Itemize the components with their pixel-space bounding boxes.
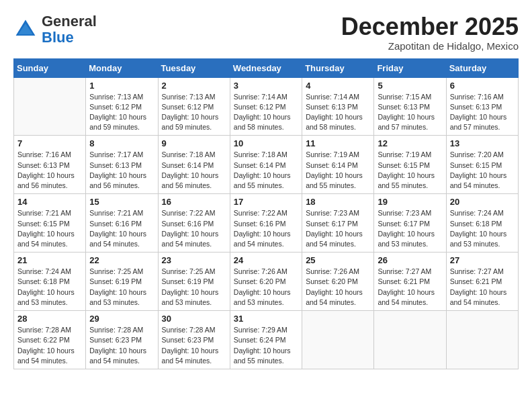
day-info: Sunrise: 7:27 AM Sunset: 6:21 PM Dayligh… — [378, 267, 442, 308]
day-info: Sunrise: 7:26 AM Sunset: 6:20 PM Dayligh… — [306, 267, 370, 308]
day-number: 13 — [450, 138, 515, 148]
day-info: Sunrise: 7:24 AM Sunset: 6:18 PM Dayligh… — [17, 267, 82, 308]
day-info: Sunrise: 7:28 AM Sunset: 6:23 PM Dayligh… — [89, 325, 154, 366]
day-info: Sunrise: 7:21 AM Sunset: 6:16 PM Dayligh… — [89, 208, 154, 249]
day-cell: 15Sunrise: 7:21 AM Sunset: 6:16 PM Dayli… — [86, 194, 158, 253]
day-number: 8 — [89, 138, 154, 148]
day-info: Sunrise: 7:22 AM Sunset: 6:16 PM Dayligh… — [162, 208, 226, 249]
day-cell: 11Sunrise: 7:19 AM Sunset: 6:14 PM Dayli… — [302, 136, 374, 194]
header: General Blue December 2025 Zapotitan de … — [13, 13, 519, 52]
column-header-friday: Friday — [374, 58, 446, 77]
logo-general: General — [42, 13, 97, 30]
column-header-saturday: Saturday — [446, 58, 518, 77]
day-number: 18 — [306, 197, 370, 207]
day-cell: 21Sunrise: 7:24 AM Sunset: 6:18 PM Dayli… — [14, 253, 86, 311]
week-row-2: 7Sunrise: 7:16 AM Sunset: 6:13 PM Daylig… — [14, 136, 519, 194]
day-info: Sunrise: 7:17 AM Sunset: 6:13 PM Dayligh… — [89, 150, 154, 191]
day-cell: 5Sunrise: 7:15 AM Sunset: 6:13 PM Daylig… — [374, 77, 446, 136]
week-row-5: 28Sunrise: 7:28 AM Sunset: 6:22 PM Dayli… — [14, 311, 519, 369]
day-cell: 1Sunrise: 7:13 AM Sunset: 6:12 PM Daylig… — [86, 77, 158, 136]
day-number: 11 — [306, 138, 370, 148]
day-cell: 18Sunrise: 7:23 AM Sunset: 6:17 PM Dayli… — [302, 194, 374, 253]
day-number: 27 — [450, 255, 515, 265]
day-number: 12 — [378, 138, 442, 148]
day-number: 16 — [162, 197, 226, 207]
month-title: December 2025 — [341, 13, 519, 40]
day-info: Sunrise: 7:21 AM Sunset: 6:15 PM Dayligh… — [17, 208, 82, 249]
column-header-tuesday: Tuesday — [158, 58, 230, 77]
day-cell: 30Sunrise: 7:28 AM Sunset: 6:23 PM Dayli… — [158, 311, 230, 369]
day-info: Sunrise: 7:24 AM Sunset: 6:18 PM Dayligh… — [450, 208, 515, 249]
day-info: Sunrise: 7:20 AM Sunset: 6:15 PM Dayligh… — [450, 150, 515, 191]
day-number: 22 — [89, 255, 154, 265]
day-cell: 14Sunrise: 7:21 AM Sunset: 6:15 PM Dayli… — [14, 194, 86, 253]
day-number: 6 — [450, 81, 515, 91]
day-number: 24 — [234, 255, 298, 265]
day-number: 5 — [378, 81, 442, 91]
column-header-thursday: Thursday — [302, 58, 374, 77]
calendar-body: 1Sunrise: 7:13 AM Sunset: 6:12 PM Daylig… — [14, 77, 519, 369]
day-cell: 4Sunrise: 7:14 AM Sunset: 6:13 PM Daylig… — [302, 77, 374, 136]
day-number: 17 — [234, 197, 298, 207]
day-cell: 9Sunrise: 7:18 AM Sunset: 6:14 PM Daylig… — [158, 136, 230, 194]
day-cell: 28Sunrise: 7:28 AM Sunset: 6:22 PM Dayli… — [14, 311, 86, 369]
day-cell: 29Sunrise: 7:28 AM Sunset: 6:23 PM Dayli… — [86, 311, 158, 369]
day-info: Sunrise: 7:16 AM Sunset: 6:13 PM Dayligh… — [17, 150, 82, 191]
day-info: Sunrise: 7:13 AM Sunset: 6:12 PM Dayligh… — [162, 92, 226, 133]
day-info: Sunrise: 7:28 AM Sunset: 6:23 PM Dayligh… — [162, 325, 226, 366]
day-cell: 22Sunrise: 7:25 AM Sunset: 6:19 PM Dayli… — [86, 253, 158, 311]
day-number: 25 — [306, 255, 370, 265]
day-info: Sunrise: 7:19 AM Sunset: 6:15 PM Dayligh… — [378, 150, 442, 191]
logo-icon — [13, 17, 38, 42]
day-cell: 8Sunrise: 7:17 AM Sunset: 6:13 PM Daylig… — [86, 136, 158, 194]
column-header-monday: Monday — [86, 58, 158, 77]
week-row-1: 1Sunrise: 7:13 AM Sunset: 6:12 PM Daylig… — [14, 77, 519, 136]
day-info: Sunrise: 7:16 AM Sunset: 6:13 PM Dayligh… — [450, 92, 515, 133]
day-cell: 10Sunrise: 7:18 AM Sunset: 6:14 PM Dayli… — [230, 136, 302, 194]
day-cell: 24Sunrise: 7:26 AM Sunset: 6:20 PM Dayli… — [230, 253, 302, 311]
day-cell: 7Sunrise: 7:16 AM Sunset: 6:13 PM Daylig… — [14, 136, 86, 194]
day-cell: 17Sunrise: 7:22 AM Sunset: 6:16 PM Dayli… — [230, 194, 302, 253]
day-info: Sunrise: 7:14 AM Sunset: 6:12 PM Dayligh… — [234, 92, 298, 133]
logo-blue: Blue — [42, 29, 74, 46]
day-cell — [374, 311, 446, 369]
day-number: 7 — [17, 138, 82, 148]
day-number: 29 — [89, 314, 154, 324]
calendar-header: SundayMondayTuesdayWednesdayThursdayFrid… — [14, 58, 519, 77]
day-number: 31 — [234, 314, 298, 324]
day-info: Sunrise: 7:25 AM Sunset: 6:19 PM Dayligh… — [162, 267, 226, 308]
day-number: 21 — [17, 255, 82, 265]
header-row: SundayMondayTuesdayWednesdayThursdayFrid… — [14, 58, 519, 77]
day-cell: 25Sunrise: 7:26 AM Sunset: 6:20 PM Dayli… — [302, 253, 374, 311]
day-cell — [14, 77, 86, 136]
day-cell: 13Sunrise: 7:20 AM Sunset: 6:15 PM Dayli… — [446, 136, 518, 194]
day-number: 15 — [89, 197, 154, 207]
day-number: 19 — [378, 197, 442, 207]
day-number: 4 — [306, 81, 370, 91]
day-cell: 20Sunrise: 7:24 AM Sunset: 6:18 PM Dayli… — [446, 194, 518, 253]
day-cell — [446, 311, 518, 369]
day-cell: 31Sunrise: 7:29 AM Sunset: 6:24 PM Dayli… — [230, 311, 302, 369]
day-cell: 19Sunrise: 7:23 AM Sunset: 6:17 PM Dayli… — [374, 194, 446, 253]
column-header-sunday: Sunday — [14, 58, 86, 77]
day-number: 30 — [162, 314, 226, 324]
day-info: Sunrise: 7:18 AM Sunset: 6:14 PM Dayligh… — [234, 150, 298, 191]
day-info: Sunrise: 7:25 AM Sunset: 6:19 PM Dayligh… — [89, 267, 154, 308]
day-info: Sunrise: 7:23 AM Sunset: 6:17 PM Dayligh… — [306, 208, 370, 249]
day-cell: 3Sunrise: 7:14 AM Sunset: 6:12 PM Daylig… — [230, 77, 302, 136]
day-info: Sunrise: 7:23 AM Sunset: 6:17 PM Dayligh… — [378, 208, 442, 249]
logo: General Blue — [13, 13, 97, 46]
column-header-wednesday: Wednesday — [230, 58, 302, 77]
day-cell: 2Sunrise: 7:13 AM Sunset: 6:12 PM Daylig… — [158, 77, 230, 136]
title-section: December 2025 Zapotitan de Hidalgo, Mexi… — [341, 13, 519, 52]
day-cell — [302, 311, 374, 369]
day-number: 2 — [162, 81, 226, 91]
location: Zapotitan de Hidalgo, Mexico — [341, 40, 519, 52]
day-number: 3 — [234, 81, 298, 91]
day-number: 9 — [162, 138, 226, 148]
day-number: 14 — [17, 197, 82, 207]
week-row-4: 21Sunrise: 7:24 AM Sunset: 6:18 PM Dayli… — [14, 253, 519, 311]
day-info: Sunrise: 7:13 AM Sunset: 6:12 PM Dayligh… — [89, 92, 154, 133]
day-info: Sunrise: 7:14 AM Sunset: 6:13 PM Dayligh… — [306, 92, 370, 133]
day-cell: 12Sunrise: 7:19 AM Sunset: 6:15 PM Dayli… — [374, 136, 446, 194]
